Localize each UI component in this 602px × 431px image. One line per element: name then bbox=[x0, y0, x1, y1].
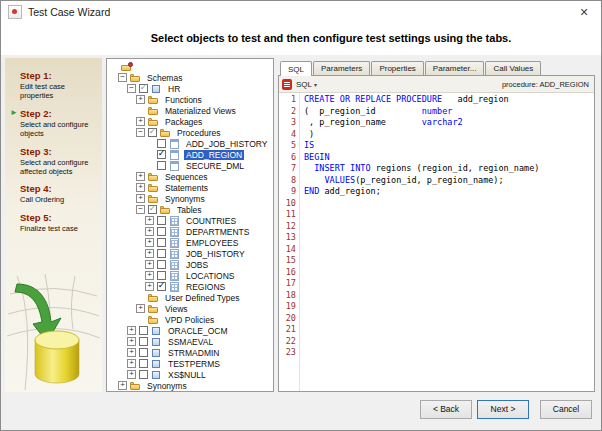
expander-icon[interactable] bbox=[136, 172, 145, 181]
expander-icon[interactable] bbox=[127, 348, 136, 357]
tree-node-label[interactable]: Tables bbox=[175, 205, 204, 215]
expander-icon[interactable] bbox=[136, 304, 145, 313]
sql-dropdown[interactable]: SQL ▾ bbox=[296, 80, 317, 89]
step-block[interactable]: Step 5:Finalize test case bbox=[10, 212, 99, 233]
checkbox[interactable] bbox=[157, 282, 166, 291]
tree-row-user-defined-types[interactable]: User Defined Types bbox=[107, 292, 273, 303]
tree-node-label[interactable]: Views bbox=[163, 304, 190, 314]
expander-icon[interactable] bbox=[145, 216, 154, 225]
tree-node-label[interactable]: Synonyms bbox=[163, 194, 207, 204]
expander-icon[interactable] bbox=[136, 194, 145, 203]
tree-row-add-region[interactable]: ADD_REGION bbox=[107, 149, 273, 160]
checkbox[interactable] bbox=[139, 337, 148, 346]
expander-icon[interactable] bbox=[127, 370, 136, 379]
expander-icon[interactable] bbox=[145, 227, 154, 236]
tree-node-label[interactable]: LOCATIONS bbox=[184, 271, 237, 281]
next-button[interactable]: Next > bbox=[477, 400, 529, 419]
expander-icon[interactable] bbox=[136, 183, 145, 192]
tree-node-label[interactable]: Schemas bbox=[145, 73, 184, 83]
expander-icon[interactable] bbox=[136, 117, 145, 126]
tree-node-label[interactable]: VPD Policies bbox=[163, 315, 216, 325]
expander-icon[interactable] bbox=[136, 128, 145, 137]
tree-node-label[interactable]: User Defined Types bbox=[163, 293, 242, 303]
tree-row-testperms[interactable]: TESTPERMS bbox=[107, 358, 273, 369]
tree-row-locations[interactable]: LOCATIONS bbox=[107, 270, 273, 281]
expander-icon[interactable] bbox=[127, 337, 136, 346]
expander-icon[interactable] bbox=[118, 73, 127, 82]
tree-row-statements[interactable]: Statements bbox=[107, 182, 273, 193]
checkbox[interactable] bbox=[157, 139, 166, 148]
tab-call-values[interactable]: Call Values bbox=[485, 61, 541, 75]
tree-node-label[interactable]: ADD_REGION bbox=[184, 150, 244, 160]
checkbox[interactable] bbox=[139, 326, 148, 335]
object-tree[interactable]: SchemasHRFunctionsMaterialized ViewsPack… bbox=[106, 58, 274, 392]
checkbox[interactable] bbox=[157, 150, 166, 159]
tree-row-ssmaeval[interactable]: SSMAEVAL bbox=[107, 336, 273, 347]
expander-icon[interactable] bbox=[127, 326, 136, 335]
checkbox[interactable] bbox=[157, 271, 166, 280]
tree-row-node[interactable] bbox=[107, 61, 273, 72]
tree-node-label[interactable]: REGIONS bbox=[184, 282, 227, 292]
expander-icon[interactable] bbox=[145, 282, 154, 291]
close-button[interactable]: ✕ bbox=[567, 1, 601, 23]
tree-row-schemas[interactable]: Schemas bbox=[107, 72, 273, 83]
tree-node-label[interactable]: SSMAEVAL bbox=[166, 337, 215, 347]
step-block[interactable]: Step 2:Select and configure objects bbox=[10, 108, 99, 139]
checkbox[interactable] bbox=[157, 161, 166, 170]
tree-node-label[interactable]: Statements bbox=[163, 183, 210, 193]
expander-icon[interactable] bbox=[136, 95, 145, 104]
tree-row-views[interactable]: Views bbox=[107, 303, 273, 314]
tree-node-label[interactable]: Packages bbox=[163, 117, 204, 127]
tree-row-job-history[interactable]: JOB_HISTORY bbox=[107, 248, 273, 259]
checkbox[interactable] bbox=[157, 227, 166, 236]
tab-parameters[interactable]: Parameters bbox=[313, 61, 370, 75]
checkbox[interactable] bbox=[148, 205, 157, 214]
tree-node-label[interactable]: Procedures bbox=[175, 128, 222, 138]
tree-row-functions[interactable]: Functions bbox=[107, 94, 273, 105]
checkbox[interactable] bbox=[139, 359, 148, 368]
tree-row-countries[interactable]: COUNTRIES bbox=[107, 215, 273, 226]
tree-node-label[interactable]: Sequences bbox=[163, 172, 210, 182]
checkbox[interactable] bbox=[148, 128, 157, 137]
tree-row-synonyms[interactable]: Synonyms bbox=[107, 380, 273, 391]
expander-icon[interactable] bbox=[127, 359, 136, 368]
expander-icon[interactable] bbox=[118, 381, 127, 390]
tab-properties[interactable]: Properties bbox=[371, 61, 423, 75]
tree-node-label[interactable]: SECURE_DML bbox=[184, 161, 246, 171]
tree-node-label[interactable]: TESTPERMS bbox=[166, 359, 222, 369]
step-block[interactable]: Step 1:Edit test case properties bbox=[10, 70, 99, 101]
checkbox[interactable] bbox=[157, 249, 166, 258]
tree-row-regions[interactable]: REGIONS bbox=[107, 281, 273, 292]
tree-node-label[interactable]: Synonyms bbox=[145, 381, 189, 391]
tab-sql[interactable]: SQL bbox=[280, 61, 312, 76]
tree-node-label[interactable]: HR bbox=[166, 84, 182, 94]
tree-node-label[interactable]: JOB_HISTORY bbox=[184, 249, 247, 259]
tree-row-secure-dml[interactable]: SECURE_DML bbox=[107, 160, 273, 171]
expander-icon[interactable] bbox=[136, 205, 145, 214]
tree-row-employees[interactable]: EMPLOYEES bbox=[107, 237, 273, 248]
checkbox[interactable] bbox=[157, 238, 166, 247]
cancel-button[interactable]: Cancel bbox=[540, 400, 592, 419]
tab-parameter[interactable]: Parameter... bbox=[425, 61, 485, 75]
tree-row-add-job-history[interactable]: ADD_JOB_HISTORY bbox=[107, 138, 273, 149]
tree-row-strmadmin[interactable]: STRMADMIN bbox=[107, 347, 273, 358]
checkbox[interactable] bbox=[139, 348, 148, 357]
checkbox[interactable] bbox=[157, 216, 166, 225]
expander-icon[interactable] bbox=[127, 84, 136, 93]
checkbox[interactable] bbox=[157, 260, 166, 269]
back-button[interactable]: < Back bbox=[420, 400, 472, 419]
code-editor[interactable]: 1234567891011121314151617181920212223 CR… bbox=[279, 93, 594, 391]
tree-row-procedures[interactable]: Procedures bbox=[107, 127, 273, 138]
tree-node-label[interactable]: EMPLOYEES bbox=[184, 238, 240, 248]
tree-row-packages[interactable]: Packages bbox=[107, 116, 273, 127]
step-block[interactable]: Step 3:Select and configure affected obj… bbox=[10, 146, 99, 177]
tree-node-label[interactable]: COUNTRIES bbox=[184, 216, 238, 226]
tree-row-departments[interactable]: DEPARTMENTS bbox=[107, 226, 273, 237]
expander-icon[interactable] bbox=[145, 249, 154, 258]
tree-node-label[interactable]: Functions bbox=[163, 95, 204, 105]
tree-row-oracle-ocm[interactable]: ORACLE_OCM bbox=[107, 325, 273, 336]
tree-row-sequences[interactable]: Sequences bbox=[107, 171, 273, 182]
tree-node-label[interactable]: ADD_JOB_HISTORY bbox=[184, 139, 269, 149]
tree-row-materialized-views[interactable]: Materialized Views bbox=[107, 105, 273, 116]
tree-node-label[interactable]: STRMADMIN bbox=[166, 348, 221, 358]
